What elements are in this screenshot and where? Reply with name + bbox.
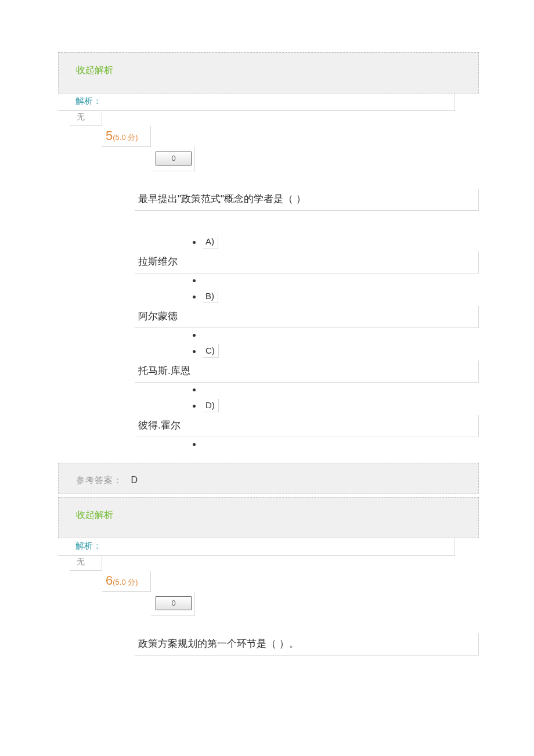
analysis-none: 无: [70, 556, 102, 571]
collapse-analysis-panel: 收起解析: [58, 52, 479, 93]
score-input[interactable]: 0: [156, 596, 192, 610]
option-letter-row: A): [135, 235, 479, 251]
question-points: (5.0 分): [113, 578, 138, 586]
score-box-cell: 0: [151, 147, 195, 171]
option-trail: [135, 328, 479, 344]
option-C-text: 托马斯.库恩: [135, 361, 479, 383]
analysis-label: 解析：: [58, 538, 455, 556]
option-letter-row: D): [135, 399, 479, 415]
question-stem: 政策方案规划的第一个环节是（ ）。: [135, 633, 479, 656]
option-trail: [135, 437, 479, 453]
bullet-icon: [193, 296, 196, 298]
bullet-icon: [193, 350, 196, 353]
option-trail: [135, 383, 479, 399]
option-B-letter[interactable]: B): [203, 290, 218, 303]
reference-answer-value: D: [131, 475, 139, 485]
question-number: 5: [106, 128, 113, 143]
bullet-icon: [193, 334, 196, 337]
score-input[interactable]: 0: [156, 152, 192, 165]
option-trail: [135, 273, 479, 290]
question-number-cell: 6(5.0 分): [102, 571, 151, 592]
bullet-icon: [193, 241, 196, 244]
question-points: (5.0 分): [113, 133, 138, 142]
option-A-letter[interactable]: A): [203, 235, 218, 249]
question-stem: 最早提出"政策范式"概念的学者是（ ）: [135, 189, 479, 211]
collapse-analysis-link[interactable]: 收起解析: [76, 510, 113, 520]
document-page: 收起解析 解析： 无 5(5.0 分) 0 最早提出"政策范式"概念的学者是（ …: [0, 0, 534, 678]
collapse-analysis-link[interactable]: 收起解析: [76, 65, 113, 75]
question-number: 6: [106, 573, 113, 588]
reference-answer-label: 参考答案：: [76, 475, 122, 485]
analysis-cascade-q6: 解析： 无 6(5.0 分) 0: [58, 538, 534, 616]
bullet-icon: [193, 388, 196, 391]
score-box-cell: 0: [151, 592, 195, 616]
question-5: 最早提出"政策范式"概念的学者是（ ） A) 拉斯维尔 B) 阿尔蒙德 C) 托…: [135, 189, 479, 453]
option-D-text: 彼得.霍尔: [135, 415, 479, 437]
bullet-icon: [193, 279, 196, 282]
option-A-text: 拉斯维尔: [135, 251, 479, 273]
question-6: 政策方案规划的第一个环节是（ ）。: [135, 633, 479, 656]
collapse-analysis-panel: 收起解析: [58, 497, 479, 538]
option-D-letter[interactable]: D): [203, 399, 219, 412]
reference-answer-panel: 参考答案： D: [58, 463, 479, 494]
analysis-none: 无: [70, 111, 102, 126]
option-B-text: 阿尔蒙德: [135, 306, 479, 328]
bullet-icon: [193, 405, 196, 408]
option-gap: [135, 211, 479, 235]
analysis-label: 解析：: [58, 93, 455, 111]
option-letter-row: C): [135, 344, 479, 361]
option-C-letter[interactable]: C): [203, 344, 219, 358]
option-letter-row: B): [135, 290, 479, 306]
question-number-cell: 5(5.0 分): [102, 126, 151, 147]
bullet-icon: [193, 443, 196, 446]
analysis-cascade-q5: 解析： 无 5(5.0 分) 0: [58, 93, 534, 171]
